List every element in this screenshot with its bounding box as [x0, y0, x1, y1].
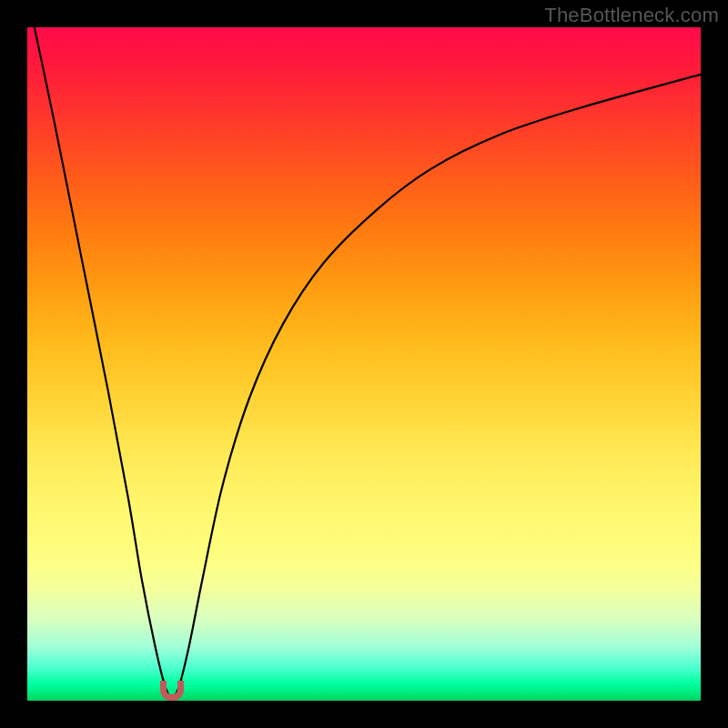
minimum-marker	[160, 681, 184, 701]
watermark-text: TheBottleneck.com	[544, 4, 719, 27]
plot-area	[27, 27, 701, 701]
curve-path	[27, 27, 701, 697]
bottleneck-curve	[27, 27, 701, 701]
